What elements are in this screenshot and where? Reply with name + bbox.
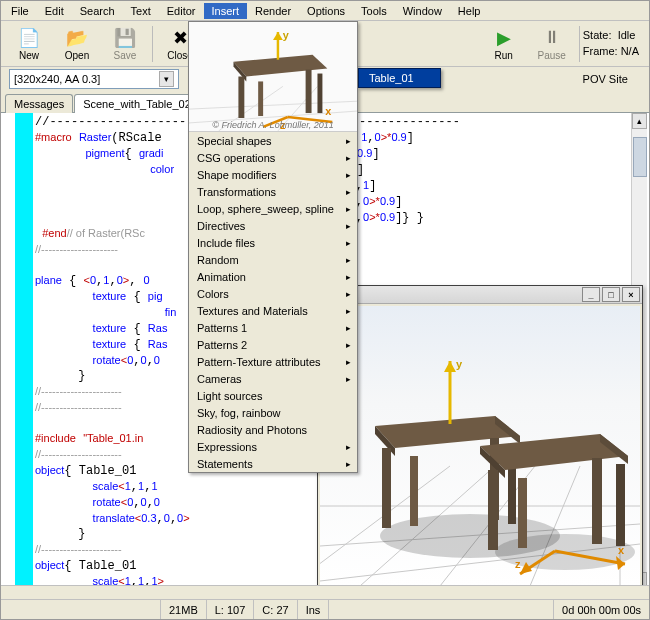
state-value: Idle	[618, 29, 636, 41]
status-ins: Ins	[298, 600, 330, 619]
svg-rect-21	[488, 470, 498, 550]
svg-rect-43	[258, 81, 263, 116]
dropdown-item-10[interactable]: Textures and Materials▸	[189, 302, 357, 319]
submenu-arrow-icon: ▸	[346, 289, 351, 299]
menu-edit[interactable]: Edit	[37, 3, 72, 19]
pause-button[interactable]: ⏸Pause	[528, 22, 576, 66]
svg-rect-23	[518, 478, 527, 548]
dropdown-item-6[interactable]: Include files▸	[189, 234, 357, 251]
menu-search[interactable]: Search	[72, 3, 123, 19]
dropdown-item-19[interactable]: Statements▸	[189, 455, 357, 472]
svg-rect-14	[382, 448, 391, 528]
svg-text:x: x	[325, 105, 331, 117]
dropdown-item-0[interactable]: Special shapes▸	[189, 132, 357, 149]
dropdown-item-15[interactable]: Light sources	[189, 387, 357, 404]
submenu-arrow-icon: ▸	[346, 306, 351, 316]
dropdown-item-13[interactable]: Pattern-Texture attributes▸	[189, 353, 357, 370]
svg-rect-22	[592, 458, 602, 544]
insert-menu-dropdown[interactable]: y x z © Friedrich A. Lohmüller, 2011 Spe…	[188, 21, 358, 473]
minimize-button[interactable]: _	[582, 287, 600, 302]
submenu-arrow-icon: ▸	[346, 221, 351, 231]
dropdown-item-4[interactable]: Loop, sphere_sweep, spline▸	[189, 200, 357, 217]
scroll-thumb[interactable]	[633, 137, 647, 177]
dropdown-item-5[interactable]: Directives▸	[189, 217, 357, 234]
menu-text[interactable]: Text	[123, 3, 159, 19]
svg-text:y: y	[283, 29, 289, 41]
render-viewport: x z y	[320, 306, 640, 585]
chevron-down-icon: ▾	[159, 71, 174, 87]
dropdown-item-16[interactable]: Sky, fog, rainbow	[189, 404, 357, 421]
scroll-up-icon[interactable]: ▴	[632, 113, 647, 129]
menu-tools[interactable]: Tools	[353, 3, 395, 19]
run-button[interactable]: ▶Run	[480, 22, 528, 66]
status-line: L: 107	[207, 600, 255, 619]
svg-rect-24	[616, 464, 625, 546]
menu-options[interactable]: Options	[299, 3, 353, 19]
frame-value: N/A	[621, 45, 639, 57]
tooltip: Table_01	[358, 68, 441, 88]
submenu-arrow-icon: ▸	[346, 340, 351, 350]
submenu-arrow-icon: ▸	[346, 272, 351, 282]
new-button[interactable]: 📄New	[5, 22, 53, 66]
menubar: File Edit Search Text Editor Insert Rend…	[1, 1, 649, 21]
save-icon: 💾	[114, 27, 136, 49]
render-title-text: 14,239	[320, 289, 580, 301]
render-window[interactable]: 14,239 _ □ ×	[317, 285, 643, 585]
svg-text:y: y	[456, 358, 463, 370]
svg-rect-34	[189, 22, 357, 131]
open-button[interactable]: 📂Open	[53, 22, 101, 66]
menu-editor[interactable]: Editor	[159, 3, 204, 19]
dropdown-preview: y x z © Friedrich A. Lohmüller, 2011	[189, 22, 357, 132]
submenu-arrow-icon: ▸	[346, 442, 351, 452]
submenu-arrow-icon: ▸	[346, 459, 351, 469]
dropdown-item-18[interactable]: Expressions▸	[189, 438, 357, 455]
submenu-arrow-icon: ▸	[346, 170, 351, 180]
menu-file[interactable]: File	[3, 3, 37, 19]
status-col: C: 27	[254, 600, 297, 619]
menu-window[interactable]: Window	[395, 3, 450, 19]
status-panel: State: Idle Frame: N/A	[583, 28, 645, 59]
menu-insert[interactable]: Insert	[204, 3, 248, 19]
dropdown-item-8[interactable]: Animation▸	[189, 268, 357, 285]
submenu-arrow-icon: ▸	[346, 238, 351, 248]
dropdown-item-3[interactable]: Transformations▸	[189, 183, 357, 200]
folder-open-icon: 📂	[66, 27, 88, 49]
status-memory: 21MB	[161, 600, 207, 619]
svg-rect-42	[306, 70, 312, 113]
dropdown-credit: © Friedrich A. Lohmüller, 2011	[189, 120, 357, 130]
submenu-arrow-icon: ▸	[346, 136, 351, 146]
submenu-arrow-icon: ▸	[346, 255, 351, 265]
status-time: 0d 00h 00m 00s	[554, 600, 649, 619]
resolution-combo[interactable]: [320x240, AA 0.3] ▾	[9, 69, 179, 89]
svg-rect-16	[410, 456, 418, 526]
svg-text:z: z	[515, 558, 521, 570]
dropdown-item-12[interactable]: Patterns 2▸	[189, 336, 357, 353]
maximize-button[interactable]: □	[602, 287, 620, 302]
svg-rect-44	[317, 74, 322, 114]
menu-help[interactable]: Help	[450, 3, 489, 19]
tab-messages[interactable]: Messages	[5, 94, 73, 113]
dropdown-item-7[interactable]: Random▸	[189, 251, 357, 268]
new-file-icon: 📄	[18, 27, 40, 49]
pov-site-link[interactable]: POV Site	[583, 73, 628, 85]
submenu-arrow-icon: ▸	[346, 323, 351, 333]
dropdown-item-2[interactable]: Shape modifiers▸	[189, 166, 357, 183]
submenu-arrow-icon: ▸	[346, 187, 351, 197]
dropdown-item-14[interactable]: Cameras▸	[189, 370, 357, 387]
render-titlebar[interactable]: 14,239 _ □ ×	[318, 286, 642, 304]
dropdown-item-1[interactable]: CSG operations▸	[189, 149, 357, 166]
close-render-button[interactable]: ×	[622, 287, 640, 302]
save-button[interactable]: 💾Save	[101, 22, 149, 66]
resolution-value: [320x240, AA 0.3]	[14, 73, 100, 85]
submenu-arrow-icon: ▸	[346, 374, 351, 384]
run-icon: ▶	[493, 27, 515, 49]
dropdown-item-17[interactable]: Radiosity and Photons	[189, 421, 357, 438]
dropdown-item-9[interactable]: Colors▸	[189, 285, 357, 302]
submenu-arrow-icon: ▸	[346, 204, 351, 214]
svg-rect-41	[238, 77, 244, 119]
menu-render[interactable]: Render	[247, 3, 299, 19]
submenu-arrow-icon: ▸	[346, 357, 351, 367]
submenu-arrow-icon: ▸	[346, 153, 351, 163]
dropdown-item-11[interactable]: Patterns 1▸	[189, 319, 357, 336]
statusbar: 21MB L: 107 C: 27 Ins 0d 00h 00m 00s	[1, 599, 649, 619]
